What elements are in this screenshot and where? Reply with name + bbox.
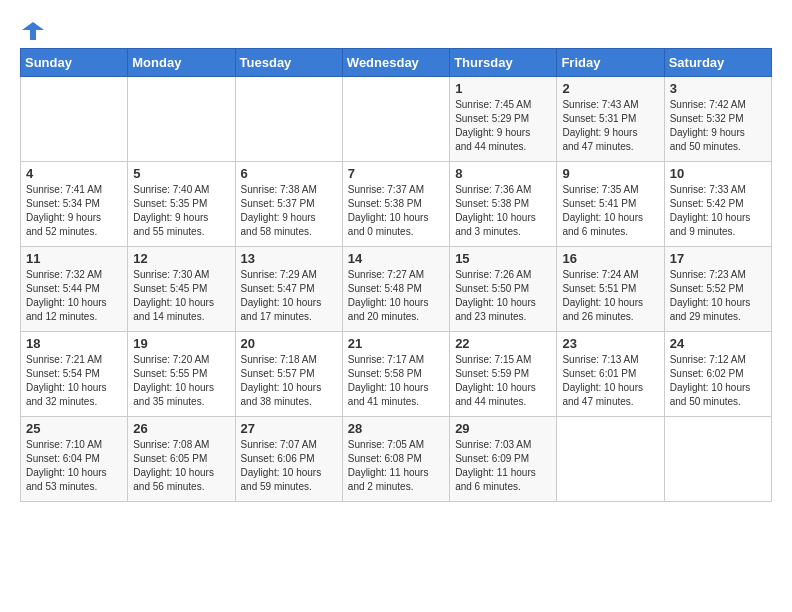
calendar-cell: 24Sunrise: 7:12 AM Sunset: 6:02 PM Dayli… bbox=[664, 332, 771, 417]
calendar-cell: 25Sunrise: 7:10 AM Sunset: 6:04 PM Dayli… bbox=[21, 417, 128, 502]
day-info: Sunrise: 7:17 AM Sunset: 5:58 PM Dayligh… bbox=[348, 353, 444, 409]
day-number: 15 bbox=[455, 251, 551, 266]
day-info: Sunrise: 7:27 AM Sunset: 5:48 PM Dayligh… bbox=[348, 268, 444, 324]
day-number: 2 bbox=[562, 81, 658, 96]
weekday-header-saturday: Saturday bbox=[664, 49, 771, 77]
day-info: Sunrise: 7:15 AM Sunset: 5:59 PM Dayligh… bbox=[455, 353, 551, 409]
day-info: Sunrise: 7:38 AM Sunset: 5:37 PM Dayligh… bbox=[241, 183, 337, 239]
day-number: 9 bbox=[562, 166, 658, 181]
calendar-cell: 2Sunrise: 7:43 AM Sunset: 5:31 PM Daylig… bbox=[557, 77, 664, 162]
calendar-cell bbox=[21, 77, 128, 162]
day-number: 24 bbox=[670, 336, 766, 351]
calendar-week-row: 18Sunrise: 7:21 AM Sunset: 5:54 PM Dayli… bbox=[21, 332, 772, 417]
day-info: Sunrise: 7:10 AM Sunset: 6:04 PM Dayligh… bbox=[26, 438, 122, 494]
calendar-cell: 3Sunrise: 7:42 AM Sunset: 5:32 PM Daylig… bbox=[664, 77, 771, 162]
day-info: Sunrise: 7:18 AM Sunset: 5:57 PM Dayligh… bbox=[241, 353, 337, 409]
calendar-cell: 17Sunrise: 7:23 AM Sunset: 5:52 PM Dayli… bbox=[664, 247, 771, 332]
weekday-header-wednesday: Wednesday bbox=[342, 49, 449, 77]
day-number: 12 bbox=[133, 251, 229, 266]
day-number: 21 bbox=[348, 336, 444, 351]
calendar-week-row: 25Sunrise: 7:10 AM Sunset: 6:04 PM Dayli… bbox=[21, 417, 772, 502]
day-info: Sunrise: 7:45 AM Sunset: 5:29 PM Dayligh… bbox=[455, 98, 551, 154]
day-info: Sunrise: 7:03 AM Sunset: 6:09 PM Dayligh… bbox=[455, 438, 551, 494]
day-info: Sunrise: 7:29 AM Sunset: 5:47 PM Dayligh… bbox=[241, 268, 337, 324]
calendar-cell: 21Sunrise: 7:17 AM Sunset: 5:58 PM Dayli… bbox=[342, 332, 449, 417]
day-info: Sunrise: 7:24 AM Sunset: 5:51 PM Dayligh… bbox=[562, 268, 658, 324]
logo bbox=[20, 20, 46, 38]
calendar-week-row: 4Sunrise: 7:41 AM Sunset: 5:34 PM Daylig… bbox=[21, 162, 772, 247]
day-number: 5 bbox=[133, 166, 229, 181]
calendar-cell bbox=[557, 417, 664, 502]
day-info: Sunrise: 7:41 AM Sunset: 5:34 PM Dayligh… bbox=[26, 183, 122, 239]
day-number: 18 bbox=[26, 336, 122, 351]
calendar-cell: 28Sunrise: 7:05 AM Sunset: 6:08 PM Dayli… bbox=[342, 417, 449, 502]
day-number: 7 bbox=[348, 166, 444, 181]
calendar-cell: 26Sunrise: 7:08 AM Sunset: 6:05 PM Dayli… bbox=[128, 417, 235, 502]
day-number: 22 bbox=[455, 336, 551, 351]
page-header bbox=[20, 20, 772, 38]
day-info: Sunrise: 7:26 AM Sunset: 5:50 PM Dayligh… bbox=[455, 268, 551, 324]
day-number: 19 bbox=[133, 336, 229, 351]
weekday-header-sunday: Sunday bbox=[21, 49, 128, 77]
day-number: 13 bbox=[241, 251, 337, 266]
calendar-cell: 1Sunrise: 7:45 AM Sunset: 5:29 PM Daylig… bbox=[450, 77, 557, 162]
day-number: 14 bbox=[348, 251, 444, 266]
day-info: Sunrise: 7:13 AM Sunset: 6:01 PM Dayligh… bbox=[562, 353, 658, 409]
day-info: Sunrise: 7:30 AM Sunset: 5:45 PM Dayligh… bbox=[133, 268, 229, 324]
day-info: Sunrise: 7:42 AM Sunset: 5:32 PM Dayligh… bbox=[670, 98, 766, 154]
day-number: 8 bbox=[455, 166, 551, 181]
day-info: Sunrise: 7:33 AM Sunset: 5:42 PM Dayligh… bbox=[670, 183, 766, 239]
logo-bird-icon bbox=[22, 20, 44, 42]
calendar-cell: 15Sunrise: 7:26 AM Sunset: 5:50 PM Dayli… bbox=[450, 247, 557, 332]
day-number: 27 bbox=[241, 421, 337, 436]
svg-marker-0 bbox=[22, 22, 44, 40]
calendar-cell: 19Sunrise: 7:20 AM Sunset: 5:55 PM Dayli… bbox=[128, 332, 235, 417]
day-info: Sunrise: 7:12 AM Sunset: 6:02 PM Dayligh… bbox=[670, 353, 766, 409]
day-number: 10 bbox=[670, 166, 766, 181]
day-number: 20 bbox=[241, 336, 337, 351]
calendar-cell: 29Sunrise: 7:03 AM Sunset: 6:09 PM Dayli… bbox=[450, 417, 557, 502]
calendar-cell: 16Sunrise: 7:24 AM Sunset: 5:51 PM Dayli… bbox=[557, 247, 664, 332]
calendar-cell: 11Sunrise: 7:32 AM Sunset: 5:44 PM Dayli… bbox=[21, 247, 128, 332]
calendar-cell: 8Sunrise: 7:36 AM Sunset: 5:38 PM Daylig… bbox=[450, 162, 557, 247]
calendar-cell: 23Sunrise: 7:13 AM Sunset: 6:01 PM Dayli… bbox=[557, 332, 664, 417]
day-info: Sunrise: 7:36 AM Sunset: 5:38 PM Dayligh… bbox=[455, 183, 551, 239]
calendar-cell: 14Sunrise: 7:27 AM Sunset: 5:48 PM Dayli… bbox=[342, 247, 449, 332]
day-info: Sunrise: 7:32 AM Sunset: 5:44 PM Dayligh… bbox=[26, 268, 122, 324]
calendar-cell: 18Sunrise: 7:21 AM Sunset: 5:54 PM Dayli… bbox=[21, 332, 128, 417]
day-info: Sunrise: 7:21 AM Sunset: 5:54 PM Dayligh… bbox=[26, 353, 122, 409]
day-number: 23 bbox=[562, 336, 658, 351]
calendar-cell bbox=[235, 77, 342, 162]
day-info: Sunrise: 7:43 AM Sunset: 5:31 PM Dayligh… bbox=[562, 98, 658, 154]
day-info: Sunrise: 7:37 AM Sunset: 5:38 PM Dayligh… bbox=[348, 183, 444, 239]
day-info: Sunrise: 7:35 AM Sunset: 5:41 PM Dayligh… bbox=[562, 183, 658, 239]
calendar-cell: 5Sunrise: 7:40 AM Sunset: 5:35 PM Daylig… bbox=[128, 162, 235, 247]
day-number: 26 bbox=[133, 421, 229, 436]
day-info: Sunrise: 7:20 AM Sunset: 5:55 PM Dayligh… bbox=[133, 353, 229, 409]
weekday-header-friday: Friday bbox=[557, 49, 664, 77]
day-info: Sunrise: 7:07 AM Sunset: 6:06 PM Dayligh… bbox=[241, 438, 337, 494]
day-number: 28 bbox=[348, 421, 444, 436]
day-number: 16 bbox=[562, 251, 658, 266]
calendar-cell: 10Sunrise: 7:33 AM Sunset: 5:42 PM Dayli… bbox=[664, 162, 771, 247]
day-info: Sunrise: 7:40 AM Sunset: 5:35 PM Dayligh… bbox=[133, 183, 229, 239]
calendar-cell bbox=[128, 77, 235, 162]
day-number: 11 bbox=[26, 251, 122, 266]
calendar-cell: 13Sunrise: 7:29 AM Sunset: 5:47 PM Dayli… bbox=[235, 247, 342, 332]
calendar-cell bbox=[342, 77, 449, 162]
calendar-cell: 6Sunrise: 7:38 AM Sunset: 5:37 PM Daylig… bbox=[235, 162, 342, 247]
day-info: Sunrise: 7:08 AM Sunset: 6:05 PM Dayligh… bbox=[133, 438, 229, 494]
day-number: 29 bbox=[455, 421, 551, 436]
day-number: 6 bbox=[241, 166, 337, 181]
calendar-cell: 22Sunrise: 7:15 AM Sunset: 5:59 PM Dayli… bbox=[450, 332, 557, 417]
day-info: Sunrise: 7:05 AM Sunset: 6:08 PM Dayligh… bbox=[348, 438, 444, 494]
calendar-cell: 7Sunrise: 7:37 AM Sunset: 5:38 PM Daylig… bbox=[342, 162, 449, 247]
calendar-cell: 20Sunrise: 7:18 AM Sunset: 5:57 PM Dayli… bbox=[235, 332, 342, 417]
calendar-table: SundayMondayTuesdayWednesdayThursdayFrid… bbox=[20, 48, 772, 502]
calendar-cell: 4Sunrise: 7:41 AM Sunset: 5:34 PM Daylig… bbox=[21, 162, 128, 247]
weekday-header-monday: Monday bbox=[128, 49, 235, 77]
day-number: 1 bbox=[455, 81, 551, 96]
calendar-cell bbox=[664, 417, 771, 502]
weekday-header-tuesday: Tuesday bbox=[235, 49, 342, 77]
day-number: 3 bbox=[670, 81, 766, 96]
